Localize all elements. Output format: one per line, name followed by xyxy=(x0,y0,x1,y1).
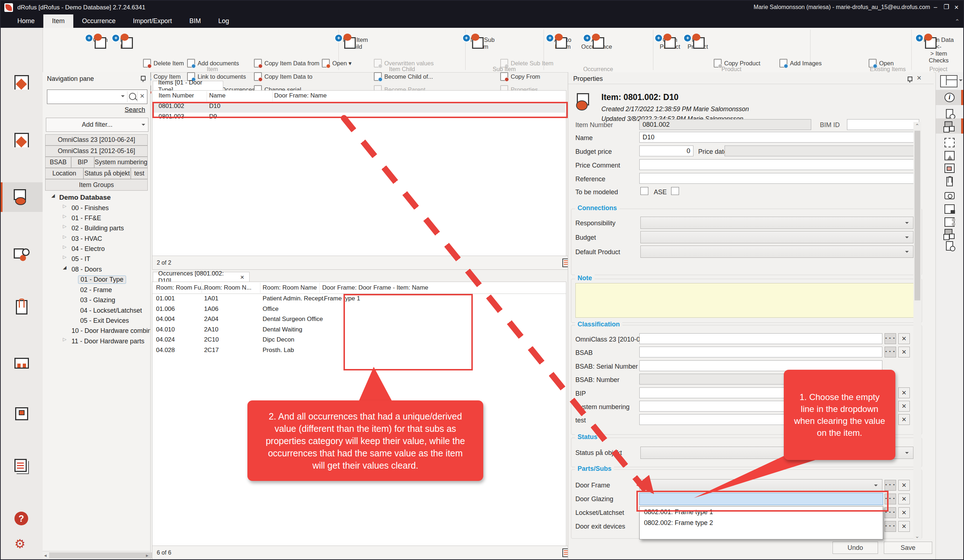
close-button[interactable]: × xyxy=(952,3,961,12)
menu-tab[interactable]: Occurrence xyxy=(73,15,124,28)
clear-value-button[interactable] xyxy=(898,521,910,532)
tree-expander-icon[interactable] xyxy=(63,337,67,342)
settings-gear-icon[interactable]: ⚙ xyxy=(15,537,25,550)
tree-expander-icon[interactable] xyxy=(63,254,67,260)
sidebar-module-button[interactable] xyxy=(1,125,42,155)
ellipsis-button[interactable] xyxy=(884,521,896,532)
menu-tab[interactable]: BIM xyxy=(181,15,210,28)
classification-filter-button[interactable]: Location xyxy=(45,168,83,179)
save-button[interactable]: Save xyxy=(884,542,932,554)
menu-tab[interactable]: Item xyxy=(43,15,73,28)
ribbon-small-button[interactable]: Copy Item Data to xyxy=(254,72,313,81)
ribbon-small-button[interactable]: Delete Item xyxy=(143,58,184,68)
tree-expander-icon[interactable] xyxy=(63,203,67,209)
clear-value-button[interactable] xyxy=(898,333,910,344)
items-column-header[interactable]: Name xyxy=(209,92,225,99)
ribbon-big-button[interactable]: +Add to Room xyxy=(546,29,580,50)
tree-item[interactable]: 11 - Door Hardware parts xyxy=(72,337,145,346)
ribbon-big-button[interactable]: +Room Data <- > Item Checks xyxy=(922,29,956,64)
items-column-header[interactable]: Door Frame: Name xyxy=(274,92,327,99)
tree-item[interactable]: 02 - Building parts xyxy=(72,223,124,233)
classification-filter-button[interactable]: System numbering xyxy=(94,157,148,168)
reference-field[interactable] xyxy=(639,173,919,184)
responsibility-dropdown[interactable] xyxy=(640,217,914,229)
occurrences-tab[interactable]: Occurrences [0801.002: D10] × xyxy=(153,272,249,282)
clear-value-button[interactable] xyxy=(898,347,910,357)
items-column-header[interactable]: Item Number xyxy=(158,92,194,99)
occurrences-column-header[interactable]: Room: Room Fu... xyxy=(156,284,206,291)
tree-expander-icon[interactable] xyxy=(63,265,67,270)
occurrences-column-header[interactable]: Door Frame: Door Frame - Item: Name xyxy=(322,284,428,291)
clear-value-button[interactable] xyxy=(898,387,910,398)
add-filter-dropdown[interactable]: Add filter... xyxy=(46,118,148,132)
scroll-down-icon[interactable]: ⌄ xyxy=(915,533,920,539)
layout-icon[interactable] xyxy=(940,75,957,87)
clear-value-button[interactable] xyxy=(898,414,910,425)
classification-field[interactable] xyxy=(639,333,883,344)
occurrences-column-header[interactable]: Room: Room N... xyxy=(204,284,251,291)
classification-field[interactable] xyxy=(639,347,883,357)
dock-tool-button[interactable] xyxy=(936,174,963,189)
close-panel-icon[interactable]: × xyxy=(917,74,922,82)
ellipsis-button[interactable] xyxy=(884,333,896,344)
clear-value-button[interactable] xyxy=(898,401,910,412)
ase-checkbox[interactable] xyxy=(671,187,679,195)
ribbon-big-button[interactable]: +New Item xyxy=(109,29,143,50)
ribbon-small-button[interactable]: Copy From xyxy=(500,72,540,81)
close-tab-icon[interactable]: × xyxy=(240,273,244,281)
ribbon-big-button[interactable]: +Add Occurrence xyxy=(579,29,614,50)
menu-tab[interactable]: Import/Export xyxy=(124,15,181,28)
budget-price-field[interactable]: 0 xyxy=(639,145,694,156)
tree-expander-icon[interactable] xyxy=(63,223,67,229)
tree-item[interactable]: 02 - Frame xyxy=(80,285,112,295)
dock-tool-button[interactable] xyxy=(936,161,963,176)
tree-item[interactable]: 04 - Lockset/Latchset xyxy=(80,306,142,315)
menu-tab[interactable]: Home xyxy=(9,15,43,28)
tree-item[interactable]: 01 - Door Type xyxy=(80,275,126,284)
tree-item[interactable]: 05 - Exit Devices xyxy=(80,316,129,325)
chevron-up-icon[interactable]: ⌃ xyxy=(955,18,960,25)
bim-id-field[interactable] xyxy=(847,119,919,130)
clear-value-button[interactable] xyxy=(898,507,910,518)
maximize-button[interactable]: ❐ xyxy=(941,3,951,12)
pin-icon[interactable] xyxy=(908,77,911,81)
classification-filter-button[interactable]: test xyxy=(131,168,148,179)
ellipsis-button[interactable] xyxy=(884,347,896,357)
classification-filter-button[interactable]: Item Groups xyxy=(45,179,148,190)
scrollbar-thumb[interactable] xyxy=(915,131,920,300)
ribbon-big-button[interactable]: +New Sub Item xyxy=(465,29,500,50)
dock-tool-button[interactable] xyxy=(936,238,963,254)
dock-tool-button[interactable] xyxy=(936,90,963,105)
scroll-right-icon[interactable]: ▸ xyxy=(146,552,148,558)
properties-scrollbar[interactable]: ⌃ ⌄ xyxy=(914,122,922,540)
ribbon-big-button[interactable]: +New Product xyxy=(681,29,715,50)
tree-expander-icon[interactable] xyxy=(63,234,67,239)
dock-tool-button[interactable] xyxy=(936,188,963,203)
tree-expander-icon[interactable] xyxy=(63,213,67,219)
tree-item[interactable]: 10 - Door Hardware combinations xyxy=(72,326,151,335)
ellipsis-button[interactable] xyxy=(884,480,896,491)
help-button[interactable]: ? xyxy=(15,512,28,525)
name-field[interactable]: D10 xyxy=(639,132,919,143)
sidebar-module-button[interactable] xyxy=(1,399,42,428)
chevron-down-icon[interactable] xyxy=(121,95,125,99)
search-link[interactable]: Search xyxy=(125,106,145,114)
ribbon-big-button[interactable]: +New Item Child xyxy=(338,29,373,50)
ribbon-small-button[interactable]: Become Child of... xyxy=(374,72,433,81)
classification-filter-button[interactable]: OmniClass 21 [2012-05-16] xyxy=(45,145,148,157)
tree-expander-icon[interactable] xyxy=(51,193,55,198)
price-comment-field[interactable] xyxy=(639,159,919,170)
ribbon-small-button[interactable]: Copy Item Data from xyxy=(254,58,319,68)
sidebar-module-button[interactable] xyxy=(1,451,42,481)
classification-filter-button[interactable]: BIP xyxy=(71,157,94,168)
tree-item[interactable]: 03 - HVAC xyxy=(72,234,102,243)
sidebar-module-button[interactable] xyxy=(1,293,42,322)
ribbon-small-button[interactable]: Add Images xyxy=(780,58,822,68)
scroll-left-icon[interactable]: ◂ xyxy=(44,552,47,558)
tree-item[interactable]: 03 - Glazing xyxy=(80,295,115,305)
sidebar-module-button[interactable] xyxy=(1,182,42,212)
classification-filter-button[interactable]: Status på objekt xyxy=(83,168,131,179)
search-icon[interactable] xyxy=(129,93,136,100)
search-input[interactable]: × xyxy=(47,90,147,104)
sidebar-module-button[interactable] xyxy=(1,347,42,376)
